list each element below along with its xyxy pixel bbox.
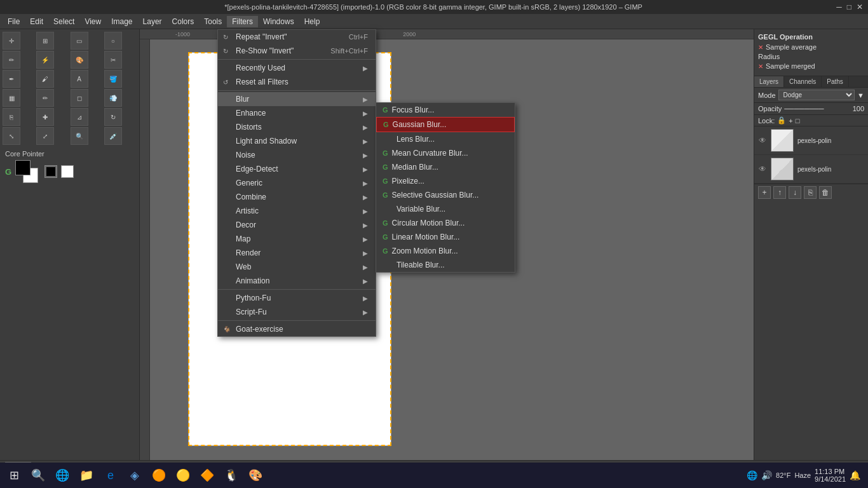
blur-lens[interactable]: Lens Blur... [376,132,515,146]
tab-channels[interactable]: Channels [784,76,822,87]
sample-merged-close[interactable]: ✕ [758,63,763,70]
minimize-button[interactable]: ─ [836,3,842,11]
menu-enhance[interactable]: Enhance ▶ [218,106,376,120]
layer-raise-button[interactable]: ↑ [773,186,786,199]
layer-duplicate-button[interactable]: ⎘ [804,186,817,199]
task-view-button[interactable]: 🌐 [51,464,74,487]
layer-mode-select[interactable]: Dodge Normal Multiply Screen [778,90,855,100]
tool-align[interactable]: ⊞ [36,32,54,50]
tool-move[interactable]: ✛ [3,32,20,50]
lock-alpha[interactable]: □ [796,117,800,125]
blur-linear-motion[interactable]: G Linear Motion Blur... [376,230,515,244]
close-button[interactable]: ✕ [857,3,863,11]
file-explorer-button[interactable]: 📁 [75,464,98,487]
menu-repeat-invert[interactable]: ↻ Repeat "Invert" Ctrl+F [218,30,376,44]
lock-pixels[interactable]: 🔒 [777,116,786,125]
lock-position[interactable]: + [789,117,792,125]
opacity-slider-area[interactable]: ──────── [784,105,850,112]
app3-button[interactable]: 🟠 [147,464,170,487]
menu-reshow-invert[interactable]: ↻ Re-Show "Invert" Shift+Ctrl+F [218,44,376,58]
media-button[interactable]: 🟡 [172,464,194,487]
maximize-button[interactable]: □ [847,3,851,11]
tool-fuzzy-select[interactable]: ⚡ [36,51,54,69]
blur-tileable[interactable]: Tileable Blur... [376,258,515,272]
tab-layers[interactable]: Layers [754,76,784,87]
tool-zoom[interactable]: 🔍 [71,127,88,145]
menu-tools[interactable]: Tools [199,16,227,27]
menu-edit[interactable]: Edit [25,16,48,27]
menu-noise[interactable]: Noise ▶ [218,148,376,162]
layer-item[interactable]: 👁 pexels-polin [754,155,868,184]
blur-median[interactable]: G Median Blur... [376,160,515,174]
menu-help[interactable]: Help [299,16,325,27]
blur-zoom-motion[interactable]: G Zoom Motion Blur... [376,244,515,258]
menu-recently-used[interactable]: Recently Used ▶ [218,61,376,75]
blur-circular-motion[interactable]: G Circular Motion Blur... [376,216,515,230]
blur-pixelize[interactable]: G Pixelize... [376,174,515,188]
tool-perspective[interactable]: ⊿ [71,108,88,126]
edge-button[interactable]: e [99,464,122,487]
menu-blur[interactable]: Blur ▶ [218,92,376,106]
gimp-button[interactable]: 🐧 [220,464,243,487]
menu-file[interactable]: File [3,16,25,27]
network-icon[interactable]: 🌐 [747,470,757,480]
menu-artistic[interactable]: Artistic ▶ [218,204,376,218]
tool-blend[interactable]: ▦ [3,89,20,107]
menu-select[interactable]: Select [48,16,79,27]
search-button[interactable]: 🔍 [27,464,50,487]
foreground-color[interactable] [15,160,31,175]
tool-shear[interactable]: ⤢ [36,127,54,145]
tool-clone[interactable]: ⎘ [3,108,20,126]
menu-colors[interactable]: Colors [167,16,200,27]
menu-layer[interactable]: Layer [138,16,167,27]
menu-map[interactable]: Map ▶ [218,232,376,246]
tool-scissors[interactable]: ✂ [104,51,122,69]
blur-gaussian[interactable]: G Gaussian Blur... [376,117,515,132]
menu-animation[interactable]: Animation ▶ [218,274,376,288]
app7-button[interactable]: 🎨 [244,464,267,487]
tool-free-select[interactable]: ✏ [3,51,20,69]
tool-text[interactable]: A [71,70,88,88]
menu-light-shadow[interactable]: Light and Shadow ▶ [218,134,376,148]
layer-add-button[interactable]: + [758,186,771,199]
fg-color-box[interactable] [44,165,57,178]
tool-pencil[interactable]: ✏ [36,89,54,107]
start-button[interactable]: ⊞ [3,464,25,487]
sample-average-close[interactable]: ✕ [758,44,763,51]
tool-ellipse-select[interactable]: ○ [104,32,122,50]
layer-visibility-eye[interactable]: 👁 [758,165,767,173]
tool-bucket[interactable]: 🪣 [104,70,122,88]
tool-select-by-color[interactable]: 🎨 [71,51,88,69]
bg-color-box[interactable] [61,165,74,178]
dev-tools-button[interactable]: ◈ [123,464,146,487]
tab-paths[interactable]: Paths [822,76,849,87]
menu-image[interactable]: Image [106,16,137,27]
layer-lower-button[interactable]: ↓ [789,186,801,199]
menu-python-fu[interactable]: Python-Fu ▶ [218,291,376,305]
tool-airbrush[interactable]: 💨 [104,89,122,107]
blur-variable[interactable]: Variable Blur... [376,202,515,216]
menu-render[interactable]: Render ▶ [218,246,376,260]
tool-eraser[interactable]: ◻ [71,89,88,107]
layer-delete-button[interactable]: 🗑 [819,186,832,199]
layer-item[interactable]: 👁 pexels-polin [754,126,868,155]
tool-paths[interactable]: ✒ [3,70,20,88]
menu-web[interactable]: Web ▶ [218,260,376,274]
menu-decor[interactable]: Decor ▶ [218,218,376,232]
app5-button[interactable]: 🔶 [196,464,219,487]
menu-windows[interactable]: Windows [258,16,299,27]
tool-scale[interactable]: ⤡ [3,127,20,145]
menu-reset-filters[interactable]: ↺ Reset all Filters [218,75,376,89]
menu-distorts[interactable]: Distorts ▶ [218,120,376,134]
blur-mean-curvature[interactable]: G Mean Curvature Blur... [376,146,515,160]
blur-focus[interactable]: G Focus Blur... [376,103,515,117]
tool-rotate[interactable]: ↻ [104,108,122,126]
menu-combine[interactable]: Combine ▶ [218,190,376,204]
blur-selective-gaussian[interactable]: G Selective Gaussian Blur... [376,188,515,202]
menu-view[interactable]: View [79,16,106,27]
tool-heal[interactable]: ✚ [36,108,54,126]
menu-generic[interactable]: Generic ▶ [218,176,376,190]
menu-goat-exercise[interactable]: 🐐 Goat-exercise [218,322,376,336]
menu-filters[interactable]: Filters [227,16,258,27]
layer-visibility-eye[interactable]: 👁 [758,136,767,145]
